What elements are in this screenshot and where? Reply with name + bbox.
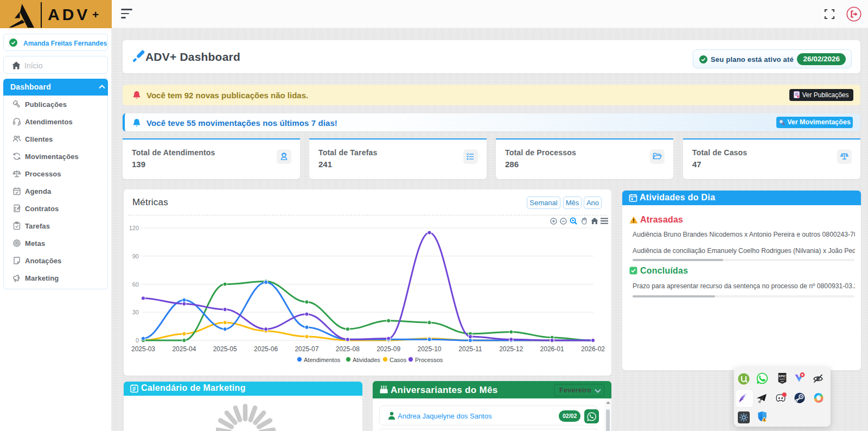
svg-text:Atividades: Atividades <box>353 357 380 363</box>
svg-text:2025-06: 2025-06 <box>254 345 278 353</box>
svg-text:+: + <box>92 8 99 21</box>
svg-text:2025-03: 2025-03 <box>131 345 155 353</box>
svg-text:2026-02: 2026-02 <box>581 345 605 353</box>
svg-text:Processos: Processos <box>415 357 443 363</box>
svg-text:2025-10: 2025-10 <box>417 345 441 353</box>
svg-text:30: 30 <box>132 309 139 315</box>
svg-text:Atendimentos: Atendimentos <box>304 357 341 363</box>
svg-text:EPIC: EPIC <box>779 375 786 378</box>
svg-text:120: 120 <box>129 225 139 231</box>
svg-text:2025-04: 2025-04 <box>172 345 196 353</box>
svg-text:ADV: ADV <box>48 5 90 23</box>
svg-text:2025-08: 2025-08 <box>336 345 360 353</box>
svg-text:2026-01: 2026-01 <box>540 345 564 353</box>
svg-text:0: 0 <box>136 337 139 344</box>
svg-text:2025-11: 2025-11 <box>458 345 482 353</box>
svg-text:GAMES: GAMES <box>779 378 785 381</box>
svg-text:2025-09: 2025-09 <box>376 345 400 353</box>
svg-text:90: 90 <box>132 253 139 259</box>
svg-text:2025-07: 2025-07 <box>295 345 318 353</box>
svg-text:2025-05: 2025-05 <box>213 345 237 353</box>
svg-text:60: 60 <box>132 281 139 288</box>
svg-text:Casos: Casos <box>390 357 407 363</box>
svg-text:2025-12: 2025-12 <box>499 345 523 353</box>
